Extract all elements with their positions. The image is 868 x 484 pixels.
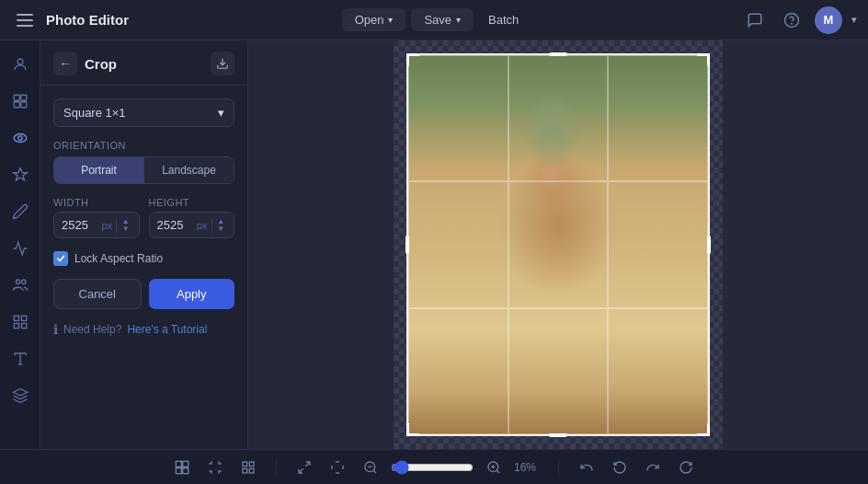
- width-input-wrap: px ▲ ▼: [53, 212, 140, 238]
- sidebar-icon-text[interactable]: [4, 342, 37, 375]
- open-chevron-icon: ▾: [388, 15, 393, 25]
- panel-header: ← Crop: [40, 40, 247, 86]
- svg-line-28: [299, 468, 303, 473]
- crop-icon: [208, 460, 223, 475]
- action-row: Cancel Apply: [53, 279, 234, 309]
- fit-view-icon: [297, 460, 312, 475]
- lock-aspect-checkbox[interactable]: [53, 251, 68, 266]
- save-button[interactable]: Save ▾: [411, 8, 474, 31]
- open-button[interactable]: Open ▾: [342, 8, 406, 31]
- redo-button[interactable]: [640, 455, 666, 480]
- help-button[interactable]: [778, 6, 805, 34]
- height-stepper-down[interactable]: ▼: [212, 225, 230, 233]
- crop-panel: ← Crop Square 1×1 ▾ Square 1×1 Free Orig…: [40, 40, 248, 449]
- bottombar-group-zoom: 16%: [291, 455, 543, 480]
- width-unit: px: [98, 220, 117, 231]
- landscape-button[interactable]: Landscape: [144, 157, 234, 183]
- photo-overlay: [406, 53, 710, 436]
- actual-size-button[interactable]: [325, 455, 350, 480]
- svg-point-10: [21, 280, 26, 284]
- zoom-value: 16%: [514, 461, 543, 474]
- undo-button[interactable]: [574, 455, 600, 480]
- redo-icon: [645, 460, 660, 475]
- export-icon-button[interactable]: [211, 52, 234, 75]
- sidebar-icon-eye[interactable]: [4, 121, 37, 155]
- undo2-button[interactable]: [607, 455, 633, 480]
- grid-view-button[interactable]: [235, 455, 261, 480]
- dimensions-row: Width px ▲ ▼ Height px: [53, 197, 234, 238]
- orientation-group: Orientation Portrait Landscape: [53, 140, 234, 184]
- redo2-icon: [679, 460, 693, 475]
- avatar-chevron-icon[interactable]: ▾: [851, 14, 857, 26]
- orientation-label: Orientation: [53, 140, 234, 151]
- width-stepper-down[interactable]: ▼: [117, 225, 134, 233]
- svg-point-1: [792, 23, 793, 24]
- redo2-button[interactable]: [673, 455, 699, 480]
- svg-rect-5: [14, 102, 19, 108]
- svg-rect-19: [176, 461, 181, 467]
- save-chevron-icon: ▾: [456, 15, 461, 25]
- back-button[interactable]: ←: [53, 52, 77, 75]
- main-layout: ← Crop Square 1×1 ▾ Square 1×1 Free Orig…: [0, 40, 868, 449]
- comment-button[interactable]: [741, 6, 769, 34]
- batch-label: Batch: [488, 13, 519, 27]
- help-text: Need Help?: [63, 323, 121, 336]
- canvas-photo: [406, 53, 710, 436]
- zoom-out-icon: [363, 460, 378, 475]
- width-field: Width px ▲ ▼: [53, 197, 140, 238]
- zoom-slider[interactable]: [391, 460, 474, 475]
- actual-size-icon: [330, 460, 345, 475]
- crop-view-button[interactable]: [202, 455, 228, 480]
- sidebar-icon-grid[interactable]: [4, 305, 37, 339]
- svg-rect-12: [21, 316, 26, 320]
- svg-rect-22: [183, 467, 188, 473]
- width-input[interactable]: [54, 213, 98, 237]
- svg-point-2: [17, 59, 23, 64]
- bottombar-group-right: [574, 455, 699, 480]
- menu-button[interactable]: [11, 6, 39, 34]
- help-row: ℹ Need Help? Here's a Tutorial: [53, 322, 234, 340]
- topbar: Photo Editor Open ▾ Save ▾ Batch M ▾: [0, 0, 868, 40]
- orientation-buttons: Portrait Landscape: [53, 156, 234, 184]
- aspect-ratio-dropdown[interactable]: Square 1×1 ▾ Square 1×1 Free Original 4:…: [53, 98, 234, 127]
- sidebar-icon-effects[interactable]: [4, 158, 37, 191]
- zoom-out-button[interactable]: [358, 455, 383, 480]
- view-mode-button[interactable]: [169, 455, 195, 480]
- svg-rect-25: [243, 468, 247, 473]
- topbar-left: Photo Editor: [11, 6, 129, 34]
- sidebar-icon-layers2[interactable]: [4, 379, 37, 412]
- svg-rect-13: [14, 324, 18, 328]
- svg-line-27: [305, 462, 310, 467]
- export-icon: [216, 57, 229, 70]
- svg-point-9: [16, 280, 20, 284]
- sidebar-icon-people[interactable]: [4, 269, 37, 302]
- sidebar-icon-brush[interactable]: [4, 195, 37, 228]
- sidebar-icon-user[interactable]: [4, 48, 37, 81]
- zoom-in-icon: [486, 460, 501, 475]
- svg-rect-21: [176, 467, 181, 473]
- height-stepper: ▲ ▼: [211, 218, 230, 233]
- icon-sidebar: [0, 40, 40, 449]
- zoom-in-button[interactable]: [481, 455, 507, 480]
- portrait-button[interactable]: Portrait: [54, 157, 144, 183]
- topbar-right: M ▾: [741, 6, 857, 34]
- svg-rect-4: [20, 95, 26, 100]
- open-label: Open: [355, 13, 384, 27]
- sidebar-icon-layers[interactable]: [4, 85, 37, 118]
- svg-rect-23: [243, 462, 247, 467]
- separator-1: [276, 459, 277, 476]
- avatar[interactable]: M: [815, 6, 842, 34]
- tutorial-link[interactable]: Here's a Tutorial: [127, 323, 207, 336]
- undo2-icon: [612, 460, 627, 475]
- fit-view-button[interactable]: [291, 455, 317, 480]
- height-input[interactable]: [150, 213, 194, 237]
- batch-button[interactable]: Batch: [479, 8, 528, 31]
- cancel-button[interactable]: Cancel: [53, 279, 142, 309]
- panel-title: Crop: [85, 56, 117, 72]
- apply-button[interactable]: Apply: [149, 279, 235, 309]
- panel-header-left: ← Crop: [53, 52, 117, 75]
- svg-point-8: [17, 136, 22, 141]
- topbar-center: Open ▾ Save ▾ Batch: [342, 8, 529, 31]
- sidebar-icon-chart[interactable]: [4, 232, 37, 265]
- svg-rect-26: [249, 468, 254, 473]
